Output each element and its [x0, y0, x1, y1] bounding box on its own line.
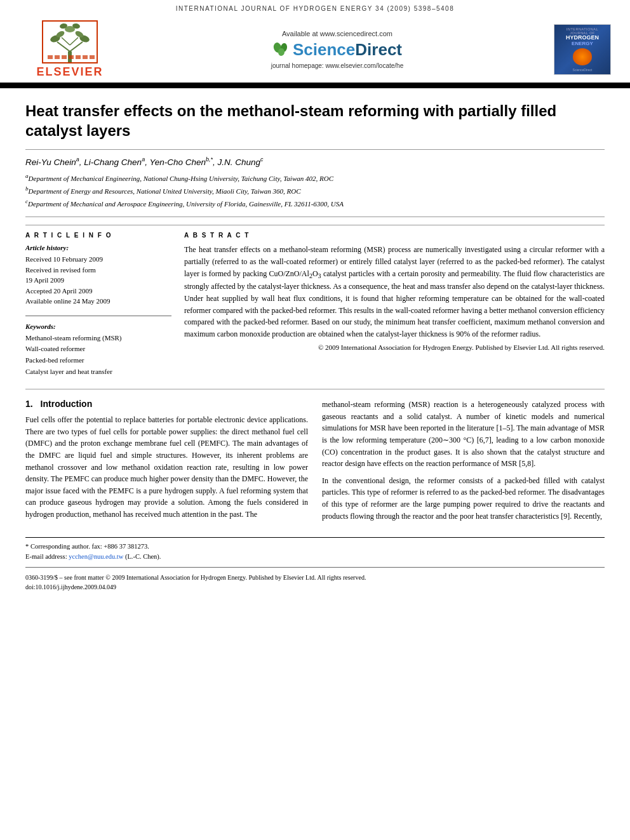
abstract-label: A B S T R A C T: [184, 232, 605, 239]
intro-para-1: Fuel cells offer the potential to replac…: [25, 414, 308, 520]
copyright-text: © 2009 International Association for Hyd…: [184, 343, 605, 351]
affiliation-b: bDepartment of Energy and Resources, Nat…: [25, 185, 605, 196]
footer-notes: * Corresponding author. fax: +886 37 381…: [25, 537, 605, 562]
journal-header: INTERNATIONAL JOURNAL OF HYDROGEN ENERGY…: [0, 0, 630, 15]
section1-title: Introduction: [41, 399, 93, 409]
history-received: Received 10 February 2009: [25, 254, 171, 265]
email-link[interactable]: ycchen@nuu.edu.tw: [69, 553, 123, 560]
history-accepted: Accepted 20 April 2009: [25, 286, 171, 297]
section1-heading: 1. Introduction: [25, 399, 308, 409]
cover-title-energy: ENERGY: [572, 41, 593, 46]
abstract-col: A B S T R A C T The heat transfer effect…: [184, 232, 605, 377]
intro-para-3: In the conventional design, the reformer…: [322, 475, 605, 522]
body-right-col: methanol-steam reforming (MSR) reaction …: [322, 399, 605, 527]
keywords-section: Keywords: Methanol-steam reforming (MSR)…: [25, 323, 171, 377]
main-content: Heat transfer effects on the methanol-st…: [0, 88, 630, 604]
svg-rect-15: [62, 55, 67, 59]
svg-rect-19: [90, 55, 95, 59]
svg-rect-17: [76, 55, 81, 59]
body-left-col: 1. Introduction Fuel cells offer the pot…: [25, 399, 308, 527]
keyword-4: Catalyst layer and heat transfer: [25, 366, 171, 378]
authors: Rei-Yu Cheina, Li-Chang Chena, Yen-Cho C…: [25, 156, 605, 167]
cover-publisher: ScienceDirect: [573, 68, 593, 72]
keyword-1: Methanol-steam reforming (MSR): [25, 333, 171, 344]
article-info-col: A R T I C L E I N F O Article history: R…: [25, 232, 171, 377]
history-online: Available online 24 May 2009: [25, 296, 171, 307]
section1-body-right: methanol-steam reforming (MSR) reaction …: [322, 399, 605, 522]
footer-divider: [25, 567, 605, 568]
keyword-2: Wall-coated reformer: [25, 343, 171, 355]
affil-rule: [25, 217, 605, 217]
history-label: Article history:: [25, 244, 171, 251]
affiliation-c: cDepartment of Mechanical and Aerospace …: [25, 197, 605, 209]
svg-rect-18: [83, 55, 88, 59]
elsevier-text: ELSEVIER: [36, 65, 103, 79]
journal-homepage: journal homepage: www.elsevier.com/locat…: [271, 62, 403, 69]
email-attribution: (L.-C. Chen).: [125, 553, 161, 560]
elsevier-logo: ELSEVIER: [19, 20, 121, 79]
section1-number: 1.: [25, 399, 33, 409]
title-rule: [25, 149, 605, 150]
email-label: E-mail address:: [25, 553, 67, 560]
history-revised-label: Received in revised form: [25, 265, 171, 276]
svg-line-3: [62, 37, 70, 45]
svg-rect-14: [55, 55, 60, 59]
article-info-abstract: A R T I C L E I N F O Article history: R…: [25, 225, 605, 377]
cover-title-hydrogen: HYDROGEN: [566, 35, 599, 41]
article-title: Heat transfer effects on the methanol-st…: [25, 101, 605, 140]
banner: ELSEVIER Available at www.sciencedirect.…: [0, 15, 630, 84]
svg-line-4: [70, 37, 78, 45]
article-info-label: A R T I C L E I N F O: [25, 232, 171, 239]
article-history: Article history: Received 10 February 20…: [25, 244, 171, 307]
cover-circle-graphic: [573, 48, 592, 65]
section1-body-left: Fuel cells offer the potential to replac…: [25, 414, 308, 520]
intro-para-2: methanol-steam reforming (MSR) reaction …: [322, 399, 605, 470]
svg-rect-13: [48, 55, 53, 59]
svg-rect-16: [69, 55, 74, 59]
keywords-label: Keywords:: [25, 323, 171, 330]
center-logo: Available at www.sciencedirect.com Scien…: [121, 30, 554, 69]
issn-doi-block: 0360-3199/$ – see front matter © 2009 In…: [25, 573, 605, 592]
email-note: E-mail address: ycchen@nuu.edu.tw (L.-C.…: [25, 552, 605, 562]
corresponding-author-note: * Corresponding author. fax: +886 37 381…: [25, 542, 605, 552]
cover-small-text: International Journal of: [557, 27, 608, 35]
history-revised-date: 19 April 2009: [25, 275, 171, 286]
abstract-paragraph: The heat transfer effects on a methanol-…: [184, 244, 605, 340]
sciencedirect-logo: ScienceDirect: [272, 40, 402, 60]
journal-cover: International Journal of HYDROGEN ENERGY…: [554, 24, 611, 75]
doi-text: doi:10.1016/j.ijhydene.2009.04.049: [25, 582, 605, 592]
affiliation-a: aDepartment of Mechanical Engineering, N…: [25, 172, 605, 183]
keywords-divider: [25, 316, 171, 316]
keyword-3: Packed-bed reformer: [25, 355, 171, 366]
abstract-text: The heat transfer effects on a methanol-…: [184, 244, 605, 340]
issn-text: 0360-3199/$ – see front matter © 2009 In…: [25, 573, 605, 582]
available-text: Available at www.sciencedirect.com: [282, 30, 392, 37]
body-content: 1. Introduction Fuel cells offer the pot…: [25, 389, 605, 527]
affiliations: aDepartment of Mechanical Engineering, N…: [25, 172, 605, 209]
